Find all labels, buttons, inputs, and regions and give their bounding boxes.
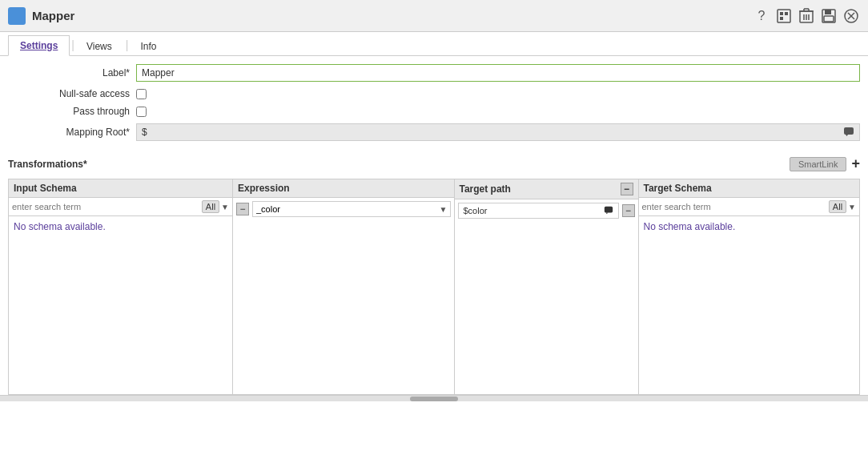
target-path-header-label: Target path xyxy=(460,183,511,195)
export-button[interactable] xyxy=(775,7,793,25)
scroll-thumb[interactable] xyxy=(410,397,458,401)
target-path-input[interactable]: $color xyxy=(458,203,619,219)
null-safe-checkbox[interactable] xyxy=(136,89,147,99)
svg-marker-21 xyxy=(605,212,608,214)
pass-through-checkbox[interactable] xyxy=(136,107,147,117)
mapping-root-input[interactable]: $ xyxy=(136,123,860,141)
input-schema-panel: Input Schema All ▼ No schema available. xyxy=(9,179,233,394)
target-schema-all-button[interactable]: All xyxy=(829,200,846,213)
pass-through-label: Pass through xyxy=(8,106,136,117)
mapping-root-value: $ xyxy=(142,127,147,138)
pass-through-row: Pass through xyxy=(8,106,860,117)
mapping-root-label: Mapping Root* xyxy=(8,127,136,138)
target-schema-dropdown-arrow: ▼ xyxy=(848,203,856,211)
svg-rect-0 xyxy=(778,10,790,22)
scroll-area xyxy=(0,395,868,401)
target-path-minus-button[interactable]: − xyxy=(622,204,635,217)
mapping-root-row: Mapping Root* $ xyxy=(8,123,860,141)
target-path-header: Target path − xyxy=(455,179,638,199)
target-path-rows: $color − xyxy=(455,199,638,222)
app-title: Mapper xyxy=(32,9,753,22)
expression-rows: − _color ▼ xyxy=(233,198,454,222)
tab-info[interactable]: Info xyxy=(128,36,168,56)
target-schema-search-row: All ▼ xyxy=(639,198,860,216)
title-bar: Mapper ? xyxy=(0,0,868,32)
input-schema-content: No schema available. xyxy=(9,216,232,394)
svg-rect-14 xyxy=(824,16,834,22)
label-row: Label* xyxy=(8,64,860,82)
svg-rect-18 xyxy=(844,127,854,135)
tab-bar: Settings | Views | Info xyxy=(0,32,868,56)
delete-button[interactable] xyxy=(798,7,815,25)
expression-select[interactable]: _color xyxy=(252,201,451,217)
expression-panel: Expression − _color ▼ xyxy=(233,179,455,394)
label-input[interactable] xyxy=(136,64,860,82)
svg-rect-13 xyxy=(825,10,831,14)
input-schema-search[interactable] xyxy=(12,202,202,211)
mapping-root-bubble-icon xyxy=(843,126,854,139)
form-area: Label* Null-safe access Pass through Map… xyxy=(0,56,868,152)
expression-row: − _color ▼ xyxy=(236,201,451,217)
input-schema-search-row: All ▼ xyxy=(9,198,232,216)
target-schema-search[interactable] xyxy=(642,202,829,211)
target-schema-header: Target Schema xyxy=(639,179,860,198)
null-safe-label: Null-safe access xyxy=(8,88,136,99)
svg-marker-19 xyxy=(846,135,848,136)
svg-rect-20 xyxy=(604,207,612,213)
save-button[interactable] xyxy=(820,7,838,25)
transformations-title: Transformations* xyxy=(8,159,790,170)
target-path-panel: Target path − $color − xyxy=(455,179,639,394)
input-schema-empty-message: No schema available. xyxy=(14,221,106,232)
input-schema-header: Input Schema xyxy=(9,179,232,198)
tab-views[interactable]: Views xyxy=(74,36,124,56)
expression-select-wrapper: _color ▼ xyxy=(252,201,451,217)
target-path-row: $color − xyxy=(458,203,635,219)
target-schema-empty-message: No schema available. xyxy=(644,221,736,232)
smartlink-button[interactable]: SmartLink xyxy=(790,157,847,171)
target-schema-panel: Target Schema All ▼ No schema available. xyxy=(639,179,860,394)
input-schema-dropdown-arrow: ▼ xyxy=(221,203,229,211)
expression-header: Expression xyxy=(233,179,454,198)
transformations-header: Transformations* SmartLink + xyxy=(0,152,868,175)
target-path-minus-header-button[interactable]: − xyxy=(621,183,633,195)
svg-rect-3 xyxy=(780,17,783,20)
expression-minus-button[interactable]: − xyxy=(236,203,249,215)
tab-settings[interactable]: Settings xyxy=(8,35,70,56)
add-transformation-button[interactable]: + xyxy=(851,155,860,172)
input-schema-all-button[interactable]: All xyxy=(202,200,219,213)
help-button[interactable]: ? xyxy=(753,7,770,25)
transformations-grid: Input Schema All ▼ No schema available. … xyxy=(8,179,860,395)
target-path-value: $color xyxy=(464,206,488,215)
null-safe-row: Null-safe access xyxy=(8,88,860,99)
title-actions: ? xyxy=(753,7,860,25)
app-icon xyxy=(8,7,26,25)
label-field-label: Label* xyxy=(8,67,136,79)
target-schema-content: No schema available. xyxy=(639,216,860,394)
svg-rect-2 xyxy=(785,12,788,15)
close-button[interactable] xyxy=(842,7,860,25)
svg-rect-1 xyxy=(780,12,783,15)
target-path-bubble-icon xyxy=(604,205,613,216)
